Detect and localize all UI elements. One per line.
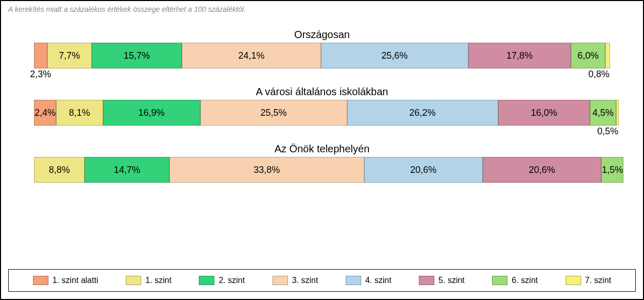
segment-label: 2,3%	[30, 68, 51, 80]
bar-segment-l2: 15,7%	[92, 43, 182, 68]
stacked-bar: 2,3%7,7%15,7%24,1%25,6%17,8%6,0%0,8%	[34, 43, 610, 68]
bar-segment-l1: 8,1%	[56, 100, 103, 126]
legend-item: 3. szint	[273, 276, 318, 285]
legend-swatch	[33, 276, 48, 285]
segment-label: 25,6%	[381, 50, 408, 61]
stacked-bar: 8,8%14,7%33,8%20,6%20,6%1,5%	[34, 157, 610, 183]
chart-footnote: A kerekítés miatt a százalékos értékek ö…	[8, 5, 636, 13]
legend-swatch	[273, 276, 288, 285]
segment-label: 33,8%	[253, 165, 280, 175]
bar-segment-l2: 14,7%	[84, 157, 169, 183]
legend-label: 2. szint	[218, 276, 245, 285]
legend-label: 4. szint	[365, 276, 392, 285]
legend-swatch	[419, 276, 434, 285]
bar-segment-l4: 20,6%	[364, 157, 483, 183]
legend-item: 4. szint	[346, 276, 392, 285]
bar-segment-l3: 33,8%	[170, 157, 364, 183]
bar-segment-l2: 16,9%	[103, 100, 200, 126]
stacked-bar-chart: A kerekítés miatt a százalékos értékek ö…	[0, 0, 644, 300]
segment-label: 15,7%	[124, 50, 150, 61]
segment-label: 25,5%	[261, 108, 287, 118]
legend-swatch	[346, 276, 361, 285]
segment-label: 24,1%	[238, 50, 264, 61]
segment-label: 8,1%	[69, 108, 90, 118]
bar-segment-l1: 7,7%	[47, 43, 92, 68]
bar-group: Az Önök telephelyén8,8%14,7%33,8%20,6%20…	[34, 143, 610, 183]
legend-swatch	[492, 276, 507, 285]
segment-label: 0,8%	[588, 68, 609, 80]
segment-label: 17,8%	[506, 50, 533, 61]
segment-label: 20,6%	[529, 165, 555, 175]
bar-segment-l4: 25,6%	[321, 43, 468, 68]
segment-label: 16,9%	[139, 108, 165, 118]
bar-title: A városi általános iskolákban	[34, 86, 610, 98]
legend-label: 5. szint	[438, 276, 465, 285]
segment-label: 6,0%	[578, 50, 599, 61]
legend-item: 5. szint	[419, 276, 465, 285]
legend-label: 3. szint	[292, 276, 318, 285]
bar-segment-l3: 24,1%	[182, 43, 320, 68]
bar-segment-l0: 2,3%	[34, 43, 47, 68]
bar-title: Az Önök telephelyén	[34, 143, 610, 155]
legend-item: 6. szint	[492, 276, 538, 285]
bar-segment-l5: 16,0%	[498, 100, 590, 126]
segment-label: 4,5%	[592, 108, 614, 118]
segment-label: 7,7%	[59, 50, 80, 61]
bar-title: Országosan	[34, 29, 610, 41]
segment-label: 16,0%	[531, 108, 557, 118]
bars-area: Országosan2,3%7,7%15,7%24,1%25,6%17,8%6,…	[8, 29, 636, 183]
legend-item: 1. szint alatti	[33, 276, 98, 285]
legend-item: 2. szint	[199, 276, 245, 285]
segment-label: 26,2%	[410, 108, 436, 118]
legend-label: 1. szint alatti	[53, 276, 98, 285]
legend-label: 1. szint	[145, 276, 172, 285]
bar-segment-l3: 25,5%	[200, 100, 347, 126]
bar-segment-l7: 0,8%	[605, 43, 610, 68]
legend-label: 6. szint	[512, 276, 538, 285]
bar-segment-l6: 1,5%	[601, 157, 623, 183]
bar-segment-l7: 0,5%	[616, 100, 619, 126]
bar-segment-l0: 2,4%	[34, 100, 56, 126]
legend-item: 7. szint	[566, 276, 612, 285]
legend-label: 7. szint	[585, 276, 612, 285]
segment-label: 0,5%	[597, 125, 618, 137]
segment-label: 14,7%	[114, 165, 140, 175]
stacked-bar: 2,4%8,1%16,9%25,5%26,2%16,0%4,5%0,5%	[34, 100, 610, 126]
legend-swatch	[566, 276, 581, 285]
legend-item: 1. szint	[126, 276, 172, 285]
bar-segment-l6: 6,0%	[571, 43, 605, 68]
bar-group: A városi általános iskolákban2,4%8,1%16,…	[34, 86, 610, 126]
bar-segment-l5: 20,6%	[483, 157, 601, 183]
bar-segment-l5: 17,8%	[468, 43, 571, 68]
legend-swatch	[126, 276, 141, 285]
segment-label: 1,5%	[602, 165, 623, 175]
legend: 1. szint alatti1. szint2. szint3. szint4…	[8, 269, 636, 292]
segment-label: 2,4%	[35, 108, 56, 118]
segment-label: 8,8%	[49, 165, 70, 175]
bar-segment-l4: 26,2%	[347, 100, 498, 126]
segment-label: 20,6%	[410, 165, 436, 175]
legend-swatch	[199, 276, 214, 285]
bar-group: Országosan2,3%7,7%15,7%24,1%25,6%17,8%6,…	[34, 29, 610, 68]
bar-segment-l6: 4,5%	[590, 100, 616, 126]
bar-segment-l1: 8,8%	[34, 157, 84, 183]
